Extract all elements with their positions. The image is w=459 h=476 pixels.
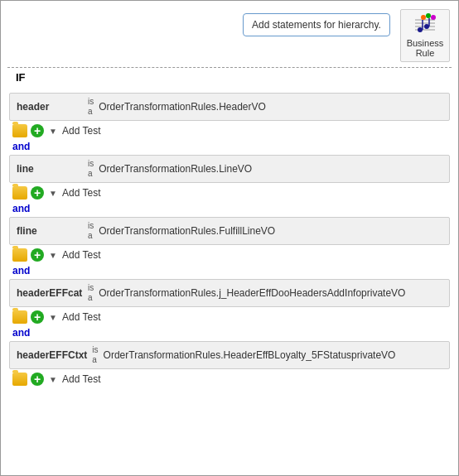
svg-point-9: [426, 13, 431, 18]
business-rule-svg: [412, 13, 438, 36]
dropdown-icon-4[interactable]: ▼: [47, 311, 59, 323]
rule-value-4: OrderTransformationRules.j_HeaderEffDooH…: [99, 287, 405, 299]
var-name-2: line: [17, 163, 83, 175]
is-a-1: isa: [88, 97, 94, 117]
condition-row-4: headerEFFcat isa OrderTransformationRule…: [9, 279, 450, 307]
var-name-4: headerEFFcat: [17, 287, 83, 299]
content-area: header isa OrderTransformationRules.Head…: [1, 89, 458, 476]
tooltip-text: Add statements for hierarchy.: [252, 19, 381, 31]
action-row-1: + ▼ Add Test: [9, 124, 450, 137]
rule-value-5: OrderTransformationRules.HeaderEffBLoyal…: [104, 349, 396, 361]
business-rule-label2: Rule: [416, 48, 435, 58]
and-label-1: and: [9, 141, 450, 152]
folder-icon-4[interactable]: [12, 310, 27, 324]
is-a-2: isa: [88, 159, 94, 179]
plus-icon-4[interactable]: +: [31, 310, 44, 324]
condition-row-1: header isa OrderTransformationRules.Head…: [9, 93, 450, 121]
var-name-1: header: [17, 101, 83, 113]
svg-point-10: [431, 15, 436, 20]
rule-value-1: OrderTransformationRules.HeaderVO: [99, 101, 266, 113]
action-row-4: + ▼ Add Test: [9, 310, 450, 324]
svg-point-4: [418, 27, 423, 32]
business-rule-label1: Business: [407, 38, 444, 48]
add-test-btn-3[interactable]: Add Test: [62, 249, 100, 261]
is-a-3: isa: [88, 221, 94, 241]
add-test-btn-2[interactable]: Add Test: [62, 187, 100, 199]
is-a-4: isa: [88, 283, 94, 303]
svg-point-8: [421, 15, 426, 20]
add-test-btn-1[interactable]: Add Test: [62, 125, 100, 137]
tooltip-box: Add statements for hierarchy.: [243, 13, 390, 36]
is-a-5: isa: [92, 345, 98, 365]
top-bar: Add statements for hierarchy. Busines: [1, 1, 458, 67]
dropdown-icon-2[interactable]: ▼: [47, 187, 59, 199]
and-label-3: and: [9, 265, 450, 276]
plus-icon-5[interactable]: +: [31, 373, 44, 386]
action-row-5: + ▼ Add Test: [9, 373, 450, 386]
business-rule-icon[interactable]: Business Rule: [400, 9, 450, 62]
condition-row-3: fline isa OrderTransformationRules.Fulfi…: [9, 217, 450, 245]
folder-icon-1[interactable]: [12, 124, 27, 137]
add-test-btn-4[interactable]: Add Test: [62, 311, 100, 323]
add-test-btn-5[interactable]: Add Test: [62, 373, 100, 385]
plus-icon-3[interactable]: +: [31, 248, 44, 262]
and-label-4: and: [9, 327, 450, 339]
var-name-5: headerEFFCtxt: [17, 349, 87, 361]
condition-row-2: line isa OrderTransformationRules.LineVO: [9, 155, 450, 183]
svg-point-6: [424, 24, 429, 29]
var-name-3: fline: [17, 225, 83, 237]
if-label: IF: [16, 71, 26, 84]
and-label-2: and: [9, 203, 450, 214]
folder-icon-2[interactable]: [12, 186, 27, 200]
rule-value-2: OrderTransformationRules.LineVO: [99, 163, 252, 175]
plus-icon-1[interactable]: +: [31, 124, 44, 137]
folder-icon-3[interactable]: [12, 248, 27, 262]
dropdown-icon-1[interactable]: ▼: [47, 125, 59, 137]
main-container: Add statements for hierarchy. Busines: [0, 0, 459, 476]
dropdown-icon-3[interactable]: ▼: [47, 249, 59, 261]
folder-icon-5[interactable]: [12, 373, 27, 386]
rule-value-3: OrderTransformationRules.FulfillLineVO: [99, 225, 275, 237]
action-row-2: + ▼ Add Test: [9, 186, 450, 200]
if-section: IF: [7, 67, 452, 89]
dropdown-icon-5[interactable]: ▼: [47, 373, 59, 385]
action-row-3: + ▼ Add Test: [9, 248, 450, 262]
plus-icon-2[interactable]: +: [31, 186, 44, 200]
condition-row-5: headerEFFCtxt isa OrderTransformationRul…: [9, 341, 450, 369]
